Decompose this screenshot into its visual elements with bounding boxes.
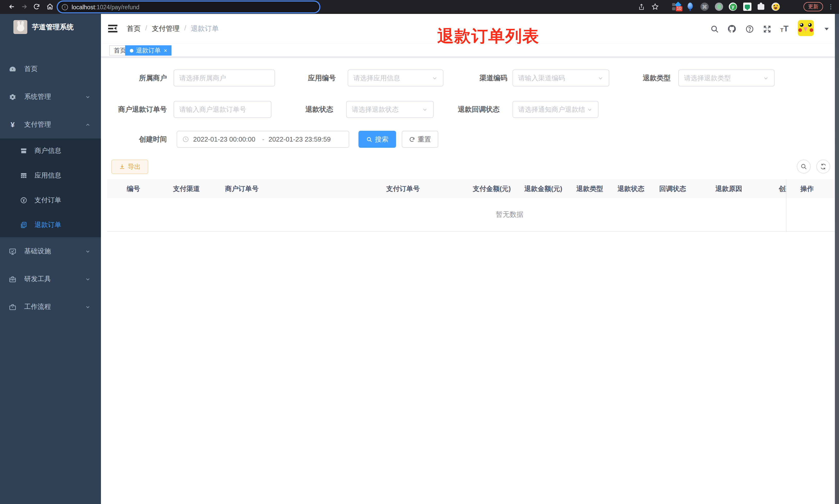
extension-emoji-icon[interactable] — [771, 3, 780, 11]
page-scrollbar[interactable] — [835, 14, 839, 504]
date-start-value[interactable]: 2022-01-23 00:00:00 — [193, 136, 258, 143]
chevron-down-icon — [85, 94, 91, 100]
font-size-icon[interactable]: TT — [780, 24, 789, 34]
extension-command-icon[interactable]: ⌘ — [700, 3, 709, 11]
sidebar-item-home[interactable]: 首页 — [0, 55, 101, 83]
notify-status-select[interactable]: 请选择通知商户退款结果的 — [513, 101, 599, 118]
refund-status-select[interactable]: 请选择退款状态 — [346, 101, 434, 118]
merchant-input-field[interactable] — [179, 74, 269, 82]
browser-update-button[interactable]: 更新 — [803, 2, 823, 11]
bookmark-star-icon[interactable] — [650, 2, 660, 11]
user-avatar[interactable] — [798, 20, 814, 36]
merchant-refund-no-input[interactable] — [174, 101, 271, 118]
address-bar[interactable]: i localhost:1024/pay/refund — [58, 2, 319, 12]
col-actions[interactable]: 操作 — [800, 179, 814, 198]
url-host: localhost — [72, 4, 95, 10]
channel-select[interactable]: 请输入渠道编码 — [513, 70, 609, 87]
refund-type-placeholder: 请选择退款类型 — [684, 73, 731, 83]
fixed-column-divider — [786, 179, 786, 232]
shop-icon — [20, 147, 27, 155]
collapse-sidebar-icon[interactable] — [108, 25, 118, 32]
browser-back-icon[interactable] — [7, 2, 17, 11]
col-callback-status[interactable]: 回调状态 — [659, 179, 686, 198]
close-tab-icon[interactable]: × — [164, 47, 167, 54]
tab-label: 首页 — [114, 46, 126, 55]
extension-y-icon[interactable]: y — [729, 3, 737, 11]
avatar-dropdown-caret-icon[interactable] — [825, 28, 829, 30]
reset-button[interactable]: 重置 — [402, 131, 438, 148]
col-refund-status[interactable]: 退款状态 — [618, 179, 644, 198]
site-info-icon[interactable]: i — [62, 4, 68, 10]
date-end-value[interactable]: 2022-01-23 23:59:59 — [269, 136, 334, 143]
filter-label-app: 应用编号 — [284, 70, 336, 87]
logo-avatar — [13, 20, 27, 34]
sidebar-item-label: 商户信息 — [35, 146, 61, 156]
app-select[interactable]: 请选择应用信息 — [347, 70, 444, 87]
sidebar-item-infra[interactable]: 基础设施 — [0, 237, 101, 265]
extension-balloon-icon[interactable] — [686, 3, 694, 11]
date-range-separator: - — [262, 136, 265, 143]
sidebar-item-label: 退款订单 — [35, 220, 61, 230]
breadcrumb: 首页 / 支付管理 / 退款订单 — [127, 24, 219, 34]
sidebar-item-merchant-info[interactable]: 商户信息 — [0, 139, 101, 163]
extension-tag-icon[interactable]: 10 — [672, 3, 680, 11]
sidebar-item-label: 支付管理 — [24, 120, 51, 129]
date-range-picker[interactable]: 2022-01-23 00:00:00 - 2022-01-23 23:59:5… — [177, 131, 349, 148]
browser-menu-icon[interactable]: ⋮ — [826, 2, 835, 11]
col-create-time[interactable]: 创建时间 — [779, 179, 786, 198]
chevron-down-icon — [85, 304, 91, 310]
col-pay-order-no[interactable]: 支付订单号 — [386, 179, 420, 198]
page: i localhost:1024/pay/refund 10 ⌘ y — [0, 0, 839, 504]
refresh-button[interactable] — [816, 160, 830, 174]
sidebar-item-workflow[interactable]: 工作流程 — [0, 293, 101, 321]
sidebar: 芋道管理系统 首页 系统管理 ¥ 支付管理 — [0, 14, 101, 504]
monitor-icon — [9, 247, 17, 255]
extension-puzzle-icon[interactable] — [757, 3, 765, 11]
filter-label-refund-status: 退款状态 — [282, 101, 333, 118]
sidebar-item-label: 应用信息 — [35, 171, 61, 180]
merchant-input[interactable] — [174, 70, 275, 87]
github-icon[interactable] — [727, 24, 736, 34]
help-icon[interactable] — [745, 24, 754, 34]
col-pay-amount[interactable]: 支付金额(元) — [473, 179, 511, 198]
sidebar-item-dev-tools[interactable]: 研发工具 — [0, 265, 101, 293]
sidebar-item-pay-order[interactable]: 支付订单 — [0, 188, 101, 213]
export-button[interactable]: 导出 — [111, 160, 148, 174]
filter-label-create-time: 创建时间 — [107, 131, 167, 148]
chevron-down-icon — [763, 75, 769, 81]
breadcrumb-payment[interactable]: 支付管理 — [152, 24, 180, 34]
sidebar-item-app-info[interactable]: 应用信息 — [0, 163, 101, 188]
refund-type-select[interactable]: 请选择退款类型 — [678, 70, 774, 87]
browser-home-icon[interactable] — [45, 2, 55, 11]
breadcrumb-separator: / — [184, 24, 186, 34]
extension-badge: 10 — [676, 6, 682, 11]
chevron-down-icon — [422, 106, 428, 112]
col-refund-reason[interactable]: 退款原因 — [715, 179, 742, 198]
search-icon[interactable] — [710, 24, 719, 34]
toggle-search-button[interactable] — [797, 160, 811, 174]
col-pay-channel[interactable]: 支付渠道 — [173, 179, 200, 198]
fullscreen-icon[interactable] — [762, 24, 771, 34]
share-icon[interactable] — [637, 2, 646, 11]
dashboard-icon — [9, 65, 17, 73]
chevron-down-icon — [587, 106, 593, 112]
tab-label: 退款订单 — [136, 46, 161, 55]
col-refund-amount[interactable]: 退款金额(元) — [524, 179, 562, 198]
sidebar-item-refund-order[interactable]: 退款订单 — [0, 213, 101, 237]
col-merchant-order-no[interactable]: 商户订单号 — [225, 179, 258, 198]
breadcrumb-home[interactable]: 首页 — [127, 24, 141, 34]
search-button[interactable]: 搜索 — [358, 131, 396, 148]
chevron-down-icon — [597, 75, 604, 81]
extension-green-dot-icon[interactable] — [715, 3, 723, 11]
tab-refund-order[interactable]: 退款订单 × — [125, 45, 172, 56]
merchant-refund-no-field[interactable] — [179, 106, 266, 113]
toolbox-icon — [9, 275, 17, 283]
briefcase-icon — [9, 303, 17, 311]
reset-button-label: 重置 — [418, 134, 431, 144]
filter-label-merchant: 所属商户 — [107, 70, 167, 87]
col-id[interactable]: 编号 — [127, 179, 140, 198]
sidebar-logo[interactable]: 芋道管理系统 — [0, 19, 101, 45]
extension-chat-icon[interactable] — [743, 3, 751, 11]
col-refund-type[interactable]: 退款类型 — [576, 179, 603, 198]
tags-view-bar: 首页 退款订单 × — [101, 44, 839, 57]
